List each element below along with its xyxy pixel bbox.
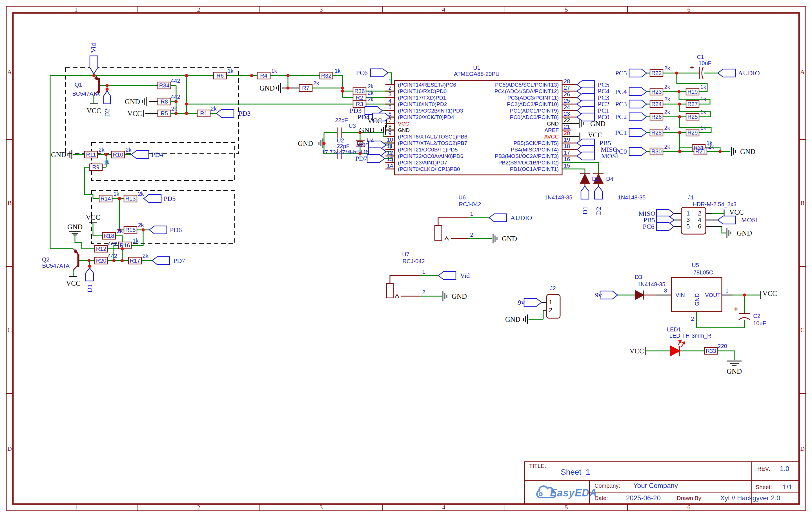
label--pcint19-oc2b-int1-pd3: (PCINT19/OC2B/INT1)PD3 [398, 108, 463, 113]
label-gnd: GND [740, 148, 755, 155]
label-vcc: VCC [762, 290, 777, 297]
label-r1: R1 [200, 111, 207, 116]
label-26: 26 [564, 91, 570, 97]
label-25: 25 [564, 98, 570, 104]
label-2k: 2k [138, 222, 144, 228]
label-pd3: PD3 [239, 110, 251, 117]
label-vcc: VCC [86, 214, 100, 221]
label-pc3: PC3 [598, 94, 609, 101]
label-pc0: PC0 [598, 114, 609, 120]
label-led1: LED1 [667, 327, 681, 332]
label-j2: J2 [550, 285, 556, 291]
label-22pf: 22pF [337, 143, 350, 149]
label-vid: Vid [460, 272, 470, 279]
label-r14: R14 [100, 196, 111, 201]
label-r19: R19 [688, 89, 698, 94]
label-vin: VIN [675, 292, 685, 298]
label-b: B [8, 200, 12, 206]
label-d: D [7, 446, 12, 452]
label-5: 5 [565, 6, 568, 13]
label-2k: 2k [313, 80, 319, 86]
label-6: 6 [388, 111, 392, 116]
label-2: 2 [691, 316, 694, 322]
label-d2: D2 [104, 109, 111, 117]
label-r36: R36 [354, 88, 365, 94]
label-gnd: GND [298, 140, 313, 147]
label--: + [734, 306, 738, 312]
label-mosi: MOSI [741, 217, 758, 223]
label-u1: U1 [473, 65, 481, 71]
label-pc5-adc5-scl-pcint13-: PC5(ADC5/SCL/PCINT13) [495, 82, 559, 87]
label-pd4: PD4 [151, 151, 164, 158]
label-pc2-adc2-pcint10-: PC2(ADC2/PCINT10) [507, 102, 559, 107]
label-r4: R4 [260, 73, 267, 78]
label-17-73447mhz: 17.73447MHz [322, 149, 357, 155]
label-d2: D2 [592, 176, 599, 182]
title-label: TITLE: [529, 463, 546, 469]
label-2k: 2k [210, 106, 216, 111]
label-r21: R21 [695, 148, 706, 154]
label-pc4: PC4 [598, 88, 609, 94]
label-2k: 2k [664, 84, 670, 90]
label-1k: 1k [104, 160, 109, 165]
label-1k: 1k [700, 84, 706, 90]
schematic-sheet: VidQ1BC547ATAD2VCCGNDVCCR34442R8442R52kR… [0, 0, 812, 517]
label-220: 220 [718, 343, 727, 349]
label-pd5: PD5 [164, 195, 176, 202]
sheet-label: Sheet: [756, 484, 772, 490]
label-r29: R29 [688, 130, 698, 135]
label-vcc: VCC [127, 110, 142, 117]
label-r11: R11 [86, 152, 96, 157]
label-1: 1 [388, 78, 392, 84]
label-1: 1 [422, 269, 425, 274]
label-c: C [801, 327, 805, 333]
label-2: 2 [197, 6, 200, 13]
label-vcc: VCC [66, 280, 80, 287]
label-gnd: GND [51, 151, 66, 158]
label-1: 1 [686, 210, 690, 217]
label-pc2: PC2 [598, 101, 609, 107]
label-pc6: PC6 [356, 70, 368, 76]
label-22: 22 [564, 117, 570, 123]
label-rcj-042: RCJ-042 [403, 258, 425, 264]
label-led-th-3mm-r: LED-TH-3mm_R [669, 333, 712, 338]
label-gnd: GND [125, 98, 140, 105]
label-r17: R17 [130, 258, 140, 264]
label-gnd: GND [67, 223, 83, 230]
label-6: 6 [698, 223, 701, 229]
label--pcint23-ain1-pd7: (PCINT23/AIN1)PD7 [398, 160, 447, 165]
led-symbol[interactable] [671, 340, 685, 356]
label--: + [690, 64, 694, 71]
label-2k: 2k [142, 253, 148, 258]
label-r24: R24 [651, 101, 662, 107]
label-442: 442 [171, 78, 180, 83]
label-1k: 1k [133, 238, 138, 243]
label--pcint21-oc0b-t1-pd5: (PCINT21/OC0B/T1)PD5 [398, 147, 458, 152]
label-1n4148-35: 1N4148-35 [638, 281, 666, 287]
label-pc4-adc4-sda-pcint12-: PC4(ADC4/SDA/PCINT12) [494, 88, 559, 94]
label--pcint17-txd-pd1: (PCINT17/TXD)PD1 [398, 95, 446, 101]
label-d1: D1 [582, 206, 588, 214]
label-4: 4 [698, 217, 701, 223]
label-pc4: PC4 [615, 88, 627, 95]
label-442: 442 [108, 241, 117, 247]
label-2k: 2k [664, 109, 670, 115]
label-vcc: VCC [729, 209, 744, 216]
label-10uf: 10uF [698, 60, 712, 66]
label-r22: R22 [651, 70, 662, 76]
label-4: 4 [388, 98, 392, 104]
label-u7: U7 [402, 252, 409, 257]
label-aref: AREF [544, 128, 559, 133]
label-2: 2 [197, 504, 200, 511]
label-r32: R32 [321, 73, 331, 78]
company-value: Your Company [633, 482, 678, 489]
label-2k: 2k [664, 125, 670, 131]
label-r28: R28 [651, 130, 662, 135]
label-1k: 1k [335, 68, 340, 74]
label-2k: 2k [117, 228, 122, 234]
label-1n4148-35: 1N4148-35 [618, 195, 646, 200]
label-vcc: VCC [630, 348, 644, 355]
label-2: 2 [549, 307, 552, 314]
label-pc1-adc1-pcint9-: PC1(ADC1/PCINT9) [510, 108, 559, 113]
rev-label: REV: [757, 466, 770, 471]
